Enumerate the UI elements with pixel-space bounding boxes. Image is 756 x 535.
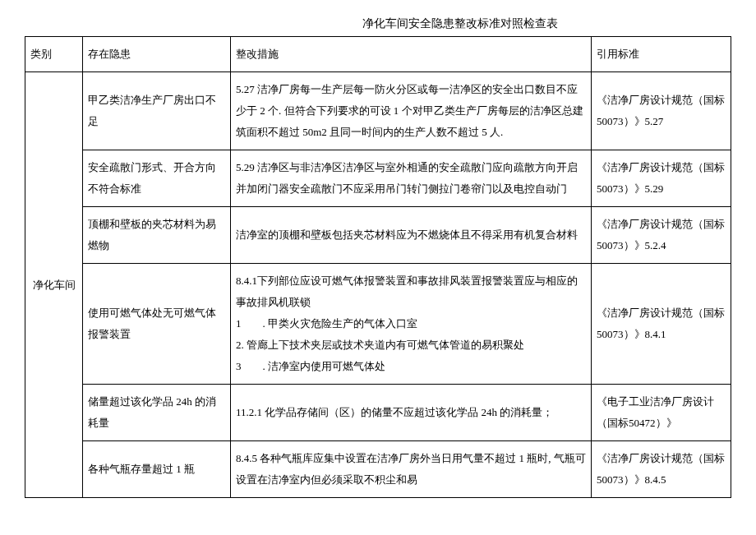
standard-cell: 《洁净厂房设计规范（国标50073）》5.2.4	[592, 207, 731, 264]
table-row: 各种气瓶存量超过 1 瓶 8.4.5 各种气瓶库应集中设置在洁净厂房外当日用气量…	[25, 441, 731, 498]
measure-cell: 8.4.5 各种气瓶库应集中设置在洁净厂房外当日用气量不超过 1 瓶时, 气瓶可…	[231, 441, 592, 498]
standard-cell: 《洁净厂房设计规范（国标50073）》5.27	[592, 72, 731, 150]
hazard-cell: 顶棚和壁板的夹芯材料为易燃物	[83, 207, 231, 264]
hazard-cell: 甲乙类洁净生产厂房出口不足	[83, 72, 231, 150]
measure-cell: 11.2.1 化学品存储间（区）的储量不应超过该化学品 24h 的消耗量；	[231, 385, 592, 441]
measure-cell: 5.29 洁净区与非洁净区洁净区与室外相通的安全疏散门应向疏散方向开启并加闭门器…	[231, 150, 592, 207]
measure-cell: 洁净室的顶棚和壁板包括夹芯材料应为不燃烧体且不得采用有机复合材料	[231, 207, 592, 264]
hazard-cell: 安全疏散门形式、开合方向不符合标准	[83, 150, 231, 207]
header-hazard: 存在隐患	[83, 37, 231, 72]
table-row: 安全疏散门形式、开合方向不符合标准 5.29 洁净区与非洁净区洁净区与室外相通的…	[25, 150, 731, 207]
table-header-row: 类别 存在隐患 整改措施 引用标准	[25, 37, 731, 72]
standard-cell: 《洁净厂房设计规范（国标50073）》8.4.5	[592, 441, 731, 498]
standard-cell: 《洁净厂房设计规范（国标50073）》5.29	[592, 150, 731, 207]
header-measure: 整改措施	[231, 37, 592, 72]
hazard-cell: 使用可燃气体处无可燃气体报警装置	[83, 264, 231, 385]
inspection-table: 类别 存在隐患 整改措施 引用标准 净化车间 甲乙类洁净生产厂房出口不足 5.2…	[25, 36, 731, 498]
measure-cell: 8.4.1下列部位应设可燃气体报警装置和事故排风装置报警装置应与相应的事故排风机…	[231, 264, 592, 385]
measure-cell: 5.27 洁净厂房每一生产层每一防火分区或每一洁净区的安全出口数目不应少于 2 …	[231, 72, 592, 150]
standard-cell: 《洁净厂房设计规范（国标50073）》8.4.1	[592, 264, 731, 385]
hazard-cell: 各种气瓶存量超过 1 瓶	[83, 441, 231, 498]
table-row: 使用可燃气体处无可燃气体报警装置 8.4.1下列部位应设可燃气体报警装置和事故排…	[25, 264, 731, 385]
header-category: 类别	[25, 37, 83, 72]
page-title: 净化车间安全隐患整改标准对照检查表	[189, 16, 731, 31]
hazard-cell: 储量超过该化学品 24h 的消耗量	[83, 385, 231, 441]
table-row: 储量超过该化学品 24h 的消耗量 11.2.1 化学品存储间（区）的储量不应超…	[25, 385, 731, 441]
table-row: 净化车间 甲乙类洁净生产厂房出口不足 5.27 洁净厂房每一生产层每一防火分区或…	[25, 72, 731, 150]
header-standard: 引用标准	[592, 37, 731, 72]
category-cell: 净化车间	[25, 72, 83, 498]
table-row: 顶棚和壁板的夹芯材料为易燃物 洁净室的顶棚和壁板包括夹芯材料应为不燃烧体且不得采…	[25, 207, 731, 264]
standard-cell: 《电子工业洁净厂房设计（国标50472）》	[592, 385, 731, 441]
